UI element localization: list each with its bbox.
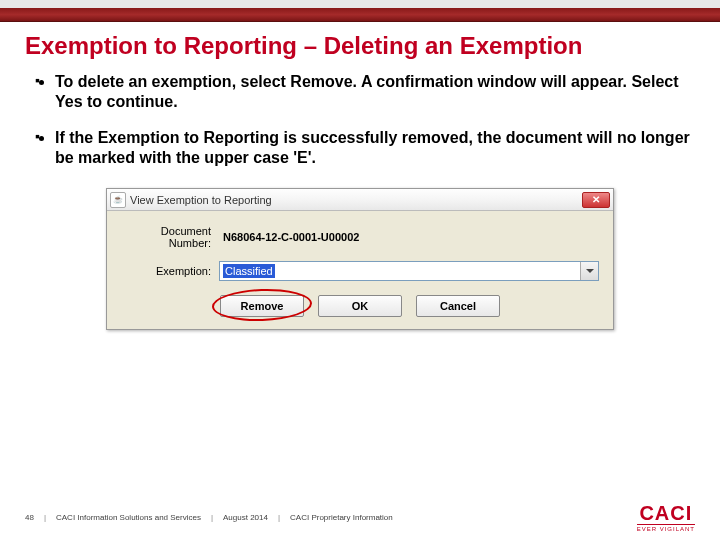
dialog-titlebar: ☕ View Exemption to Reporting ✕ xyxy=(107,189,613,211)
row-exemption: Exemption: Classified xyxy=(121,261,599,281)
cancel-button[interactable]: Cancel xyxy=(416,295,500,317)
dialog-title: View Exemption to Reporting xyxy=(130,194,582,206)
java-icon: ☕ xyxy=(110,192,126,208)
close-button[interactable]: ✕ xyxy=(582,192,610,208)
footer-org: CACI Information Solutions and Services xyxy=(56,513,201,522)
label-exemption: Exemption: xyxy=(121,265,219,277)
label-document-number: Document Number: xyxy=(121,225,219,249)
slide-title: Exemption to Reporting – Deleting an Exe… xyxy=(0,22,720,72)
bullet-item: If the Exemption to Reporting is success… xyxy=(55,128,690,168)
remove-button[interactable]: Remove xyxy=(220,295,304,317)
document-number-field: N68064-12-C-0001-U00002 xyxy=(219,227,599,247)
bullet-list: To delete an exemption, select Remove. A… xyxy=(0,72,720,168)
dialog-button-row: Remove OK Cancel xyxy=(121,295,599,317)
exemption-dialog: ☕ View Exemption to Reporting ✕ Document… xyxy=(106,188,614,330)
caci-logo: CACI EVER VIGILANT xyxy=(637,503,695,532)
close-icon: ✕ xyxy=(592,195,600,205)
footer-separator: | xyxy=(211,513,213,522)
footer-separator: | xyxy=(278,513,280,522)
ok-button[interactable]: OK xyxy=(318,295,402,317)
slide-top-bar xyxy=(0,0,720,22)
slide-footer: 48 | CACI Information Solutions and Serv… xyxy=(25,503,695,532)
exemption-dropdown[interactable]: Classified xyxy=(219,261,599,281)
logo-text: CACI xyxy=(637,503,695,523)
logo-tagline: EVER VIGILANT xyxy=(637,524,695,532)
footer-date: August 2014 xyxy=(223,513,268,522)
chevron-down-icon[interactable] xyxy=(580,262,598,280)
footer-separator: | xyxy=(44,513,46,522)
row-document-number: Document Number: N68064-12-C-0001-U00002 xyxy=(121,225,599,249)
footer-classification: CACI Proprietary Information xyxy=(290,513,393,522)
exemption-value: Classified xyxy=(223,264,275,278)
dialog-body: Document Number: N68064-12-C-0001-U00002… xyxy=(107,211,613,329)
document-number-value: N68064-12-C-0001-U00002 xyxy=(223,231,359,243)
page-number: 48 xyxy=(25,513,34,522)
bullet-item: To delete an exemption, select Remove. A… xyxy=(55,72,690,112)
